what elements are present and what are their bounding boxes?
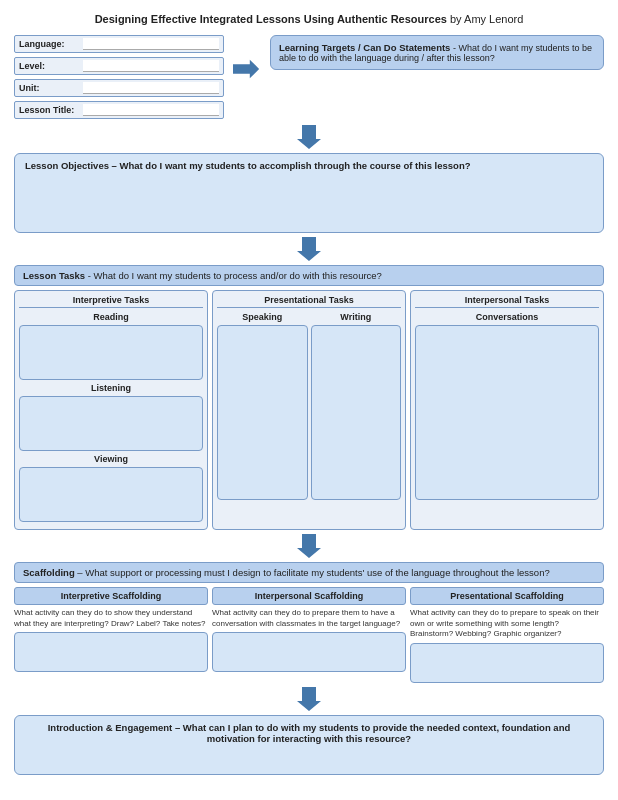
learning-targets-title: Learning Targets / Can Do Statements bbox=[279, 42, 450, 53]
presentational-sub-cols: Speaking Writing bbox=[217, 312, 401, 503]
listening-label: Listening bbox=[19, 383, 203, 393]
listening-box[interactable] bbox=[19, 396, 203, 451]
intro-title-text: Introduction & Engagement bbox=[48, 722, 173, 733]
writing-box[interactable] bbox=[311, 325, 402, 500]
arrow-down-1 bbox=[14, 125, 604, 149]
reading-label: Reading bbox=[19, 312, 203, 322]
lesson-objectives-box: Lesson Objectives – What do I want my st… bbox=[14, 153, 604, 233]
svg-marker-3 bbox=[297, 534, 321, 558]
arrow-down-4 bbox=[14, 687, 604, 711]
scaffolding-header-bold: Scaffolding bbox=[23, 567, 75, 578]
page-title: Designing Effective Integrated Lessons U… bbox=[14, 12, 604, 27]
scaffolding-cols: Interpretive Scaffolding What activity c… bbox=[14, 587, 604, 682]
writing-task: Writing bbox=[311, 312, 402, 503]
tasks-row: Interpretive Tasks Reading Listening Vie… bbox=[14, 290, 604, 530]
scaffolding-header: Scaffolding – What support or processing… bbox=[14, 562, 604, 583]
fields-column: Language: Level: Unit: Lesson Title: bbox=[14, 35, 224, 119]
lesson-tasks-header-bold: Lesson Tasks bbox=[23, 270, 85, 281]
interpersonal-scaffolding-header: Interpersonal Scaffolding bbox=[212, 587, 406, 605]
presentational-tasks-header: Presentational Tasks bbox=[217, 295, 401, 308]
speaking-label: Speaking bbox=[217, 312, 308, 322]
interpretive-scaffolding-desc: What activity can they do to show they u… bbox=[14, 608, 208, 629]
language-label: Language: bbox=[19, 39, 79, 49]
speaking-task: Speaking bbox=[217, 312, 308, 503]
lesson-tasks-header: Lesson Tasks - What do I want my student… bbox=[14, 265, 604, 286]
listening-task: Listening bbox=[19, 383, 203, 451]
title-author: by Amy Lenord bbox=[447, 13, 523, 25]
arrow-right-icon bbox=[232, 35, 262, 83]
intro-box: Introduction & Engagement – What can I p… bbox=[14, 715, 604, 775]
top-section: Language: Level: Unit: Lesson Title: bbox=[14, 35, 604, 119]
level-label: Level: bbox=[19, 61, 79, 71]
viewing-label: Viewing bbox=[19, 454, 203, 464]
intro-title: Introduction & Engagement – What can I p… bbox=[25, 722, 593, 744]
lesson-objectives-desc: – What do I want my students to accompli… bbox=[109, 160, 471, 171]
field-row-language: Language: bbox=[14, 35, 224, 53]
page: Designing Effective Integrated Lessons U… bbox=[0, 0, 618, 787]
presentational-scaffolding-header: Presentational Scaffolding bbox=[410, 587, 604, 605]
lesson-title-input[interactable] bbox=[83, 104, 219, 116]
unit-input[interactable] bbox=[83, 82, 219, 94]
field-row-lesson-title: Lesson Title: bbox=[14, 101, 224, 119]
interpersonal-tasks-col: Interpersonal Tasks Conversations bbox=[410, 290, 604, 530]
interpersonal-scaffolding-col: Interpersonal Scaffolding What activity … bbox=[212, 587, 406, 682]
intro-desc: – What can I plan to do with my students… bbox=[172, 722, 570, 744]
svg-marker-2 bbox=[297, 237, 321, 261]
lesson-objectives-title: Lesson Objectives – What do I want my st… bbox=[25, 160, 593, 171]
interpretive-scaffolding-header: Interpretive Scaffolding bbox=[14, 587, 208, 605]
viewing-task: Viewing bbox=[19, 454, 203, 522]
svg-marker-1 bbox=[297, 125, 321, 149]
interpretive-scaffolding-col: Interpretive Scaffolding What activity c… bbox=[14, 587, 208, 682]
interpersonal-scaffolding-desc: What activity can they do to prepare the… bbox=[212, 608, 406, 629]
reading-task: Reading bbox=[19, 312, 203, 380]
level-input[interactable] bbox=[83, 60, 219, 72]
scaffolding-header-desc: – What support or processing must I desi… bbox=[75, 567, 550, 578]
field-row-level: Level: bbox=[14, 57, 224, 75]
conversations-label: Conversations bbox=[415, 312, 599, 322]
interpersonal-tasks-header: Interpersonal Tasks bbox=[415, 295, 599, 308]
svg-marker-0 bbox=[233, 60, 259, 79]
interpretive-tasks-col: Interpretive Tasks Reading Listening Vie… bbox=[14, 290, 208, 530]
svg-marker-4 bbox=[297, 687, 321, 711]
reading-box[interactable] bbox=[19, 325, 203, 380]
language-input[interactable] bbox=[83, 38, 219, 50]
interpersonal-scaffolding-box[interactable] bbox=[212, 632, 406, 672]
presentational-scaffolding-desc: What activity can they do to prepare to … bbox=[410, 608, 604, 639]
arrow-down-2 bbox=[14, 237, 604, 261]
lesson-title-label: Lesson Title: bbox=[19, 105, 79, 115]
title-main: Designing Effective Integrated Lessons U… bbox=[95, 13, 447, 25]
presentational-scaffolding-col: Presentational Scaffolding What activity… bbox=[410, 587, 604, 682]
arrow-down-3 bbox=[14, 534, 604, 558]
field-row-unit: Unit: bbox=[14, 79, 224, 97]
conversations-box[interactable] bbox=[415, 325, 599, 500]
presentational-tasks-col: Presentational Tasks Speaking Writing bbox=[212, 290, 406, 530]
unit-label: Unit: bbox=[19, 83, 79, 93]
conversations-task: Conversations bbox=[415, 312, 599, 500]
lesson-tasks-header-desc: - What do I want my students to process … bbox=[85, 270, 382, 281]
speaking-box[interactable] bbox=[217, 325, 308, 500]
writing-label: Writing bbox=[311, 312, 402, 322]
presentational-scaffolding-box[interactable] bbox=[410, 643, 604, 683]
interpretive-tasks-header: Interpretive Tasks bbox=[19, 295, 203, 308]
lesson-objectives-title-text: Lesson Objectives bbox=[25, 160, 109, 171]
interpretive-scaffolding-box[interactable] bbox=[14, 632, 208, 672]
viewing-box[interactable] bbox=[19, 467, 203, 522]
learning-targets-box: Learning Targets / Can Do Statements - W… bbox=[270, 35, 604, 70]
